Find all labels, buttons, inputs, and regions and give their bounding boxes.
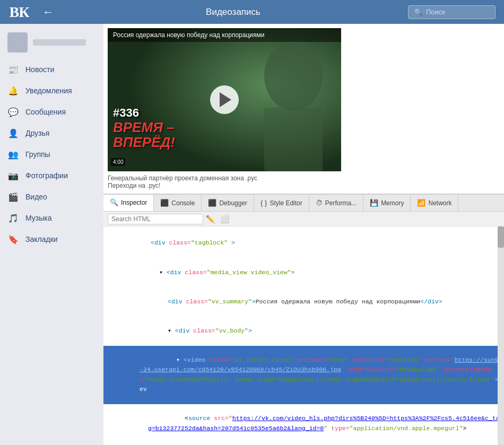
devtools-panel: 🔍 Inspector ⬛ Console ⬛ Debugger { } Sty… xyxy=(103,194,504,445)
sidebar-item-friends[interactable]: 👤 Друзья xyxy=(0,123,103,144)
video-player[interactable]: Россия одержала новую победу над корпора… xyxy=(108,28,341,171)
style-editor-tab-label: Style Editor xyxy=(270,199,302,207)
debugger-tab-icon: ⬛ xyxy=(208,199,216,207)
page-title: Видеозапись xyxy=(67,7,399,18)
scrollbar-thumb[interactable] xyxy=(498,226,504,248)
profile-name-bar xyxy=(33,39,86,46)
video-time: 4:00 xyxy=(111,158,125,166)
red-arrow-left: → xyxy=(148,443,154,445)
sidebar-item-video-label: Видео xyxy=(25,193,47,201)
video-description: Генеральный партнёр проекта доменная зон… xyxy=(108,174,341,189)
video-overlay-text: #336 ВРЕМЯ – ВПЕРЁД! xyxy=(113,106,175,150)
sidebar-item-photos-label: Фотографии xyxy=(25,171,68,180)
friends-icon: 👤 xyxy=(7,127,19,139)
sidebar-item-news[interactable]: 📰 Новости xyxy=(0,59,103,80)
inspector-tab-icon: 🔍 xyxy=(110,198,118,206)
tab-performance[interactable]: ⏱ Performa... xyxy=(309,195,363,211)
sidebar-item-notifications[interactable]: 🔔 Уведомления xyxy=(0,80,103,101)
memory-tab-label: Memory xyxy=(381,199,404,207)
sidebar-item-music-label: Музыка xyxy=(25,214,52,222)
play-triangle-icon xyxy=(220,92,231,107)
html-panel[interactable]: <div class="tagblock" > ▾ <div class="me… xyxy=(103,226,504,445)
inspector-tab-label: Inspector xyxy=(121,199,147,206)
video-title-bar: Россия одержала новую победу над корпора… xyxy=(108,28,341,42)
html-line-2: <div class="vv_summary">Россия одержала … xyxy=(103,287,504,316)
top-navigation: ВК ← Видеозапись 🔍 xyxy=(0,0,504,24)
search-html-input[interactable] xyxy=(108,214,203,224)
html-line-6: →<source src="https://cs9-21v4.vkuservid… xyxy=(103,443,504,445)
tab-style-editor[interactable]: { } Style Editor xyxy=(254,195,309,211)
tab-debugger[interactable]: ⬛ Debugger xyxy=(202,195,254,211)
tab-console[interactable]: ⬛ Console xyxy=(154,195,202,211)
search-icon: 🔍 xyxy=(414,8,423,16)
sidebar-item-notifications-label: Уведомления xyxy=(25,86,72,95)
scrollbar[interactable] xyxy=(498,226,504,445)
video-slogan: ВРЕМЯ – ВПЕРЁД! xyxy=(113,120,175,150)
profile-section xyxy=(0,28,103,57)
sidebar-item-messages[interactable]: 💬 Сообщения xyxy=(0,101,103,123)
tab-inspector[interactable]: 🔍 Inspector xyxy=(103,195,154,211)
devtools-settings-button[interactable]: ✏️ xyxy=(203,214,218,224)
video-desc-line2: Переходи на .рус! xyxy=(108,182,341,189)
sidebar: 📰 Новости 🔔 Уведомления 💬 Сообщения 👤 Др… xyxy=(0,24,103,445)
sidebar-item-video[interactable]: 🎬 Видео xyxy=(0,186,103,207)
search-input[interactable] xyxy=(426,8,490,16)
memory-tab-icon: 💾 xyxy=(370,199,378,207)
video-desc-line1: Генеральный партнёр проекта доменная зон… xyxy=(108,174,341,182)
console-tab-label: Console xyxy=(171,199,195,207)
search-box[interactable]: 🔍 xyxy=(408,5,496,19)
news-icon: 📰 xyxy=(7,64,19,75)
html-line-0: <div class="tagblock" > xyxy=(103,229,504,258)
sidebar-item-bookmarks[interactable]: 🔖 Закладки xyxy=(0,229,103,250)
devtools-expand-button[interactable]: ⬜ xyxy=(218,214,232,224)
sidebar-item-friends-label: Друзья xyxy=(25,129,49,137)
groups-icon: 👥 xyxy=(7,149,19,160)
performance-tab-icon: ⏱ xyxy=(316,199,323,207)
sidebar-item-messages-label: Сообщения xyxy=(25,108,66,116)
music-icon: 🎵 xyxy=(7,212,19,224)
devtools-tabs: 🔍 Inspector ⬛ Console ⬛ Debugger { } Sty… xyxy=(103,195,504,212)
html-line-3: ▾ <div class="vv_body"> xyxy=(103,317,504,346)
svg-point-1 xyxy=(264,41,323,110)
network-tab-icon: 📶 xyxy=(417,199,425,207)
sidebar-item-music[interactable]: 🎵 Музыка xyxy=(0,207,103,229)
html-line-5: <source src="https://vk.com/video_hls.ph… xyxy=(103,404,504,443)
avatar[interactable] xyxy=(7,32,28,53)
back-button[interactable]: ← xyxy=(38,5,58,19)
tab-memory[interactable]: 💾 Memory xyxy=(363,195,411,211)
play-button[interactable] xyxy=(210,85,239,114)
content-area: Россия одержала новую победу над корпора… xyxy=(103,24,504,445)
html-line-1: ▾ <div class="media_view video_view"> xyxy=(103,258,504,287)
debugger-tab-label: Debugger xyxy=(219,199,247,207)
sidebar-item-groups[interactable]: 👥 Группы xyxy=(0,144,103,165)
messages-icon: 💬 xyxy=(7,106,19,118)
vk-logo[interactable]: ВК xyxy=(8,4,30,21)
video-icon: 🎬 xyxy=(7,191,19,203)
photos-icon: 📷 xyxy=(7,170,19,181)
sidebar-item-photos[interactable]: 📷 Фотографии xyxy=(0,165,103,186)
console-tab-icon: ⬛ xyxy=(160,199,169,207)
style-editor-tab-icon: { } xyxy=(260,199,267,207)
video-number: #336 xyxy=(113,106,175,120)
devtools-toolbar: ✏️ ⬜ xyxy=(103,212,504,226)
performance-tab-label: Performa... xyxy=(325,199,357,207)
notifications-icon: 🔔 xyxy=(7,85,19,97)
video-section: Россия одержала новую победу над корпора… xyxy=(103,24,504,194)
svg-rect-2 xyxy=(264,108,323,171)
sidebar-item-news-label: Новости xyxy=(25,65,54,74)
network-tab-label: Network xyxy=(428,199,451,207)
sidebar-item-bookmarks-label: Закладки xyxy=(25,235,58,243)
html-line-4: ▾ <video class="vv_inline_video" preload… xyxy=(103,346,504,404)
tab-network[interactable]: 📶 Network xyxy=(411,195,458,211)
bookmarks-icon: 🔖 xyxy=(7,233,19,245)
sidebar-item-groups-label: Группы xyxy=(25,150,50,159)
main-layout: 📰 Новости 🔔 Уведомления 💬 Сообщения 👤 Др… xyxy=(0,24,504,445)
